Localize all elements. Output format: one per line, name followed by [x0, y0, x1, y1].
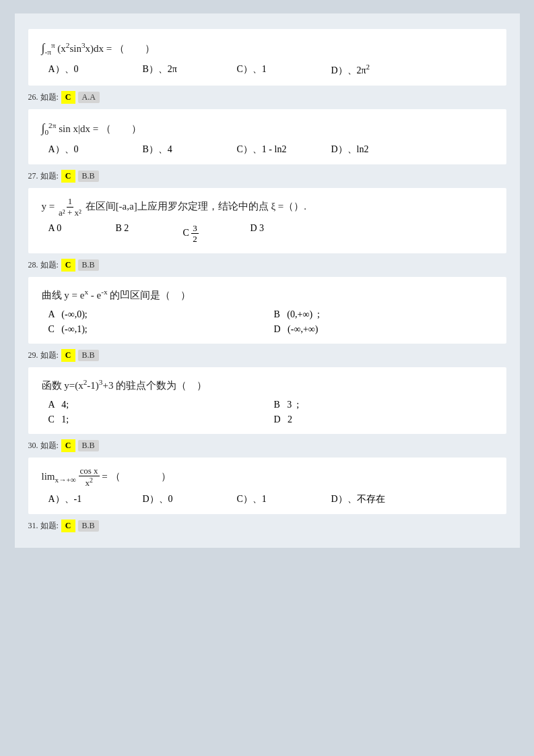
- answer-text-30: B.B: [78, 440, 99, 451]
- option-26-b: B）、2π: [136, 63, 230, 77]
- option-28-b: B 2: [109, 222, 176, 245]
- answer-row-27: 27. 如题: C B.B: [28, 170, 506, 183]
- question-26-content: ∫-ππ (x2sin3x)dx = （ ）: [42, 37, 493, 59]
- option-28-a: A 0: [42, 222, 109, 245]
- question-31-content: limx→+∞ cos xx2 = （ ）: [42, 466, 493, 489]
- answer-row-28: 28. 如题: C B.B: [28, 259, 506, 272]
- option-30-d: D 2: [267, 414, 493, 426]
- answer-row-26: 26. 如题: C A.A: [28, 91, 506, 104]
- option-29-b: B (0,+∞) ;: [267, 309, 493, 321]
- answer-row-31: 31. 如题: C B.B: [28, 519, 506, 532]
- answer-label-26: 26. 如题:: [28, 92, 59, 103]
- option-28-c: C 32: [176, 222, 244, 245]
- question-30-options: A 4; B 3 ; C 1; D 2: [42, 399, 493, 426]
- answer-row-30: 30. 如题: C B.B: [28, 439, 506, 452]
- question-26-options: A）、0 B）、2π C）、1 D）、2π2: [42, 63, 493, 77]
- answer-label-31: 31. 如题:: [28, 520, 59, 532]
- question-27: ∫02π sin x|dx = （ ） A）、0 B）、4 C）、1 - ln2…: [28, 109, 506, 164]
- option-26-c: C）、1: [230, 63, 325, 77]
- option-31-b: D）、0: [136, 493, 230, 506]
- option-27-b: B）、4: [136, 143, 230, 156]
- answer-text-31: B.B: [78, 520, 99, 532]
- answer-text-29: B.B: [78, 350, 99, 361]
- badge-29: C: [61, 349, 75, 362]
- option-26-a: A）、0: [42, 63, 136, 77]
- option-26-d: D）、2π2: [325, 63, 419, 77]
- option-27-a: A）、0: [42, 143, 136, 156]
- question-28: y = 1a² + x² 在区间[-a,a]上应用罗尔定理，结论中的点 ξ =（…: [28, 188, 506, 253]
- question-28-options: A 0 B 2 C 32 D 3: [42, 222, 493, 245]
- question-29-content: 曲线 y = ex - e-x 的凹区间是（ ）: [42, 285, 493, 305]
- question-27-content: ∫02π sin x|dx = （ ）: [42, 117, 493, 139]
- option-31-c: C）、1: [230, 493, 325, 506]
- question-31: limx→+∞ cos xx2 = （ ） A）、-1 D）、0 C）、1 D）…: [28, 458, 506, 515]
- question-28-content: y = 1a² + x² 在区间[-a,a]上应用罗尔定理，结论中的点 ξ =（…: [42, 196, 493, 218]
- answer-text-27: B.B: [78, 170, 99, 182]
- question-30: 函数 y=(x2-1)3+3 的驻点个数为（ ） A 4; B 3 ; C 1;…: [28, 367, 506, 434]
- answer-row-29: 29. 如题: C B.B: [28, 349, 506, 362]
- page: ∫-ππ (x2sin3x)dx = （ ） A）、0 B）、2π C）、1 D…: [15, 13, 520, 548]
- question-26: ∫-ππ (x2sin3x)dx = （ ） A）、0 B）、2π C）、1 D…: [28, 29, 506, 86]
- option-30-a: A 4;: [42, 399, 267, 411]
- option-31-d: D）、不存在: [325, 493, 419, 506]
- question-27-options: A）、0 B）、4 C）、1 - ln2 D）、ln2: [42, 143, 493, 156]
- badge-27: C: [61, 170, 75, 183]
- badge-28: C: [61, 259, 75, 272]
- answer-text-26: A.A: [78, 92, 100, 103]
- option-31-a: A）、-1: [42, 493, 136, 506]
- answer-label-29: 29. 如题:: [28, 350, 59, 361]
- option-27-c: C）、1 - ln2: [230, 143, 325, 156]
- answer-label-28: 28. 如题:: [28, 259, 59, 271]
- badge-30: C: [61, 439, 75, 452]
- option-27-d: D）、ln2: [325, 143, 419, 156]
- option-30-b: B 3 ;: [267, 399, 493, 411]
- question-30-content: 函数 y=(x2-1)3+3 的驻点个数为（ ）: [42, 375, 493, 395]
- badge-26: C: [61, 91, 75, 104]
- option-28-d: D 3: [244, 222, 311, 245]
- question-31-options: A）、-1 D）、0 C）、1 D）、不存在: [42, 493, 493, 506]
- question-29-options: A (-∞,0); B (0,+∞) ; C (-∞,1); D (-∞,+∞): [42, 309, 493, 336]
- badge-31: C: [61, 519, 75, 532]
- option-29-c: C (-∞,1);: [42, 323, 267, 336]
- option-30-c: C 1;: [42, 414, 267, 426]
- question-29: 曲线 y = ex - e-x 的凹区间是（ ） A (-∞,0); B (0,…: [28, 277, 506, 344]
- answer-text-28: B.B: [78, 259, 99, 271]
- answer-label-27: 27. 如题:: [28, 170, 59, 182]
- option-29-d: D (-∞,+∞): [267, 323, 493, 336]
- option-29-a: A (-∞,0);: [42, 309, 267, 321]
- answer-label-30: 30. 如题:: [28, 440, 59, 451]
